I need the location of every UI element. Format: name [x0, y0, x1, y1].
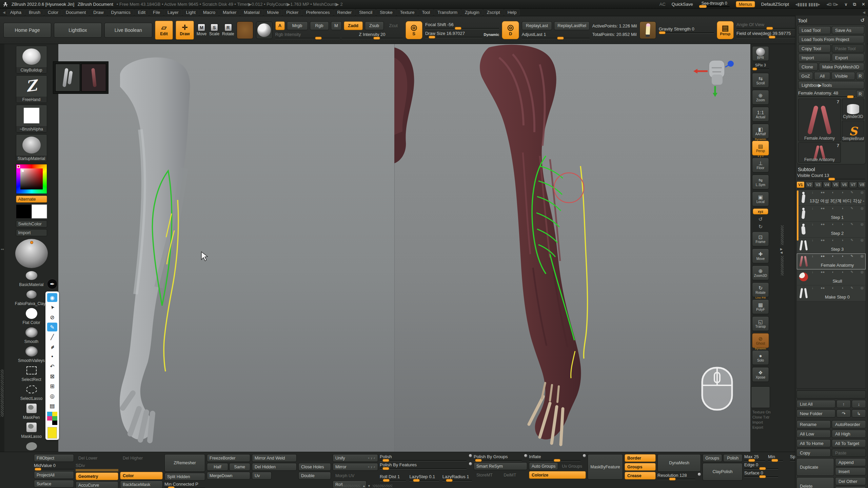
del-all-button[interactable]: Del All	[835, 486, 866, 488]
overlay-palette-swatch[interactable]	[47, 416, 52, 421]
del-lower-button[interactable]: Del Lower	[76, 454, 118, 462]
new-folder-button[interactable]: New Folder	[796, 409, 835, 418]
menu-item[interactable]: Transform	[434, 9, 461, 16]
quick-pick-MaskPen[interactable]: MaskPen	[15, 402, 48, 420]
menu-item[interactable]: Stencil	[356, 9, 376, 16]
displacement-icon[interactable]: ◑	[841, 286, 843, 290]
append-button[interactable]: Append	[835, 458, 866, 466]
right-shelf-solo-button[interactable]: Dynamic ● Solo	[752, 350, 769, 365]
polish-by-groups-radio[interactable]	[524, 454, 527, 457]
menu-item[interactable]: Dynamics	[108, 9, 134, 16]
quick-pick-FabioPaiva_Clay2[interactable]: FabioPaiva_Clay2	[15, 288, 48, 306]
right-shelf-move-button[interactable]: ✚ Move	[752, 248, 769, 263]
menu-item[interactable]: Zscript	[484, 9, 504, 16]
document-thumbnails[interactable]	[53, 61, 108, 94]
quicksave-button[interactable]: QuickSave	[672, 2, 693, 7]
visibility-eye-icon[interactable]: ◎	[861, 254, 864, 258]
overlay-pen-launcher[interactable]: ✒	[47, 279, 58, 289]
uv-button[interactable]: Uv	[252, 472, 272, 480]
draw-size-slider[interactable]: Draw Size 16.97027	[425, 31, 482, 38]
polish-by-features-slider[interactable]: Polish By Features	[380, 462, 467, 469]
overlay-tool-highlighter-icon[interactable]: ✎	[47, 323, 57, 331]
menu-item[interactable]: Macro	[200, 9, 219, 16]
right-divider-scrollbar[interactable]	[781, 225, 784, 245]
paint-icon[interactable]: ✎	[851, 190, 853, 194]
subtool-row[interactable]: ↓ ●● ◐ ◑ ✎ ◎ 13강 여성 3단계 바디 각상 - [삼각	[797, 190, 866, 206]
all-to-home-button[interactable]: All To Home	[796, 439, 831, 447]
visibility-eye-icon[interactable]: ◎	[861, 206, 864, 210]
right-shelf-lsym-button[interactable]: ⇋ L.Sym	[752, 175, 769, 189]
thumbnail-gray-arm[interactable]	[55, 64, 80, 92]
paint-icon[interactable]: ✎	[851, 254, 853, 258]
dynamesh-button[interactable]: DynaMesh	[657, 454, 701, 472]
right-shelf-ghost-button[interactable]: ⊘ Ghost	[752, 333, 769, 348]
polymesh-icon[interactable]: ↓	[812, 206, 813, 210]
paint-icon[interactable]: ✎	[851, 270, 853, 274]
resolution-slider[interactable]: Resolution 128	[657, 473, 695, 480]
subtool-tab-V6[interactable]: V6	[840, 181, 848, 188]
texture-menu-item[interactable]: Clone Txtr	[752, 415, 769, 420]
m-button[interactable]: M	[331, 21, 342, 30]
gray-arm-model[interactable]	[99, 54, 235, 452]
focal-shift-slider[interactable]: Focal Shift -56	[425, 22, 499, 29]
load-tool-button[interactable]: Load Tool	[798, 26, 831, 34]
overlay-color-palette[interactable]	[47, 412, 57, 425]
copy-subtool-button[interactable]: Copy	[796, 449, 831, 457]
alpha-slot[interactable]: ~BrushAlpha	[16, 105, 47, 133]
geometry-button[interactable]: Geometry	[76, 472, 118, 480]
dynamic-draw-size-toggle[interactable]: Dynamic	[484, 33, 499, 37]
edge-slider[interactable]: Edge 0	[744, 462, 778, 469]
menu-scroll-left-icon[interactable]: ◀	[3, 11, 5, 14]
polypaint-icon[interactable]: ●●	[821, 190, 825, 194]
menu-item[interactable]: Draw	[90, 9, 107, 16]
spix-slider[interactable]: SPix 3	[752, 63, 769, 70]
overlay-tool-cursor-icon[interactable]: ➤	[46, 301, 59, 314]
inflate-radio[interactable]	[583, 454, 586, 457]
overlay-palette-swatch[interactable]	[52, 412, 57, 416]
subtool-row-icons[interactable]: ↓ ●● ◐ ◑ ✎ ◎	[812, 254, 864, 258]
subtool-tab-V3[interactable]: V3	[814, 181, 822, 188]
auto-groups-button[interactable]: Auto Groups	[529, 462, 558, 470]
accucurve-button[interactable]: AccuCurve	[76, 481, 118, 488]
rotate-button[interactable]: RRotate	[222, 24, 234, 36]
menu-item[interactable]: Document	[62, 9, 89, 16]
texture-menu-item[interactable]: Import	[752, 420, 769, 425]
move-down-button[interactable]: ↓	[852, 400, 866, 408]
border-button[interactable]: Border	[625, 454, 656, 462]
displacement-icon[interactable]: ◑	[841, 222, 843, 226]
overlay-palette-swatch[interactable]	[52, 416, 57, 421]
dynamic-brush-button[interactable]: ◎D	[502, 21, 519, 39]
lazy-step-slider[interactable]: LazyStep 0.1	[409, 474, 439, 481]
uv-icon[interactable]: ◐	[832, 286, 834, 290]
copy-tool-button[interactable]: Copy Tool	[798, 44, 831, 53]
menu-item[interactable]: Tool	[418, 9, 433, 16]
menu-item[interactable]: Edit	[135, 9, 149, 16]
right-shelf-local-button[interactable]: ▣ Local	[752, 191, 769, 206]
goz-all-button[interactable]: All	[814, 72, 830, 80]
all-high-button[interactable]: All High	[832, 430, 866, 438]
uv-icon[interactable]: ◐	[832, 222, 834, 226]
menu-item[interactable]: Layer	[164, 9, 182, 16]
polish-slider[interactable]: Polish	[380, 454, 467, 461]
z-intensity-slider[interactable]: Z Intensity 20	[342, 32, 403, 39]
goz-button[interactable]: GoZ	[798, 72, 813, 80]
color-button[interactable]: Color	[120, 472, 163, 480]
subtool-row[interactable]: ↓ ●● ◐ ◑ ✎ ◎ Step 2	[797, 222, 866, 238]
rename-button[interactable]: Rename	[796, 420, 831, 428]
overlay-tool-pen-line-icon[interactable]: ╱	[47, 332, 57, 341]
displacement-icon[interactable]: ◑	[841, 254, 843, 258]
right-shelf-persp-button[interactable]: Dynamic ▤ Persp	[752, 141, 769, 156]
project-all-button[interactable]: ProjectAll	[34, 471, 74, 479]
clone-button[interactable]: Clone	[798, 63, 818, 71]
texture-slot[interactable]: StartupMaterial	[16, 134, 47, 162]
visibility-eye-icon[interactable]: ◎	[861, 270, 864, 274]
list-all-button[interactable]: List All	[796, 400, 835, 408]
secondary-color-swatch[interactable]	[32, 204, 47, 219]
menu-item[interactable]: Marker	[219, 9, 240, 16]
menu-item[interactable]: Zplugin	[461, 9, 483, 16]
light-position-dot[interactable]	[30, 241, 33, 244]
left-tray-collapse-icon[interactable]: ◂◂	[1, 247, 4, 251]
subtool-tab-V5[interactable]: V5	[832, 181, 840, 188]
export-tool-button[interactable]: Export	[832, 54, 864, 62]
right-shelf-floor-button[interactable]: x y z ⊥ Floor	[752, 158, 769, 172]
